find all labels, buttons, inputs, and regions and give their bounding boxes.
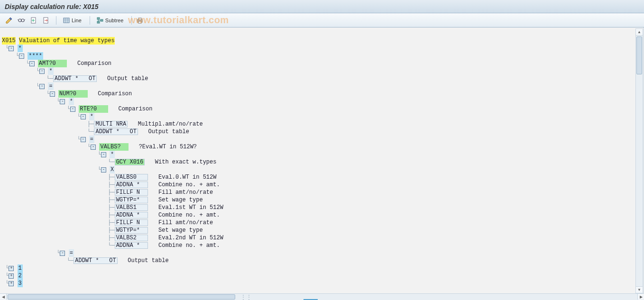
separator	[90, 16, 90, 25]
toolbar: Line Subtree www.tutorialkart.com	[0, 13, 644, 27]
tree-node[interactable]: └- X	[2, 166, 634, 173]
tree-leaf[interactable]: ├─VALBS1 Eval.1st WT in 512W	[2, 204, 634, 211]
tree-leaf[interactable]: └─ADDNA * Combine no. + amt.	[2, 242, 634, 249]
title-bar: Display calculation rule: X015	[0, 0, 644, 13]
svg-rect-6	[101, 19, 103, 21]
tree-node[interactable]: └- ****	[2, 52, 634, 60]
expanded-icon[interactable]: -	[9, 46, 14, 51]
tree-leaf[interactable]: └─GCY X016 With exact w.types	[2, 158, 634, 166]
tree-node[interactable]: └- NUM?0 Comparison	[2, 90, 634, 98]
expanded-icon[interactable]: -	[60, 251, 65, 256]
svg-rect-4	[64, 18, 69, 23]
expanded-icon[interactable]: -	[60, 99, 65, 104]
scroll-up-icon[interactable]: ▲	[636, 29, 643, 36]
tree-node[interactable]: └- *	[2, 67, 634, 75]
separator	[56, 16, 56, 25]
expanded-icon[interactable]: -	[101, 152, 106, 157]
scroll-thumb-h[interactable]	[8, 294, 235, 300]
expanded-icon[interactable]: -	[29, 61, 35, 66]
tree-node[interactable]: └+ 1	[2, 264, 634, 272]
line-label: Line	[72, 18, 82, 23]
tree-leaf[interactable]: ├─VALBS0 Eval.0.WT in 512W	[2, 173, 634, 181]
expanded-icon[interactable]: -	[70, 107, 75, 112]
tree-node[interactable]: └- *	[2, 45, 634, 52]
svg-point-0	[18, 19, 21, 22]
window-title: Display calculation rule: X015	[5, 3, 99, 10]
tree-node[interactable]: └- *	[2, 151, 634, 158]
tree-node[interactable]: └- =	[2, 82, 634, 90]
expanded-icon[interactable]: -	[19, 54, 24, 59]
scroll-right-icon[interactable]: ▶	[637, 294, 644, 300]
tree-node[interactable]: └+ 3	[2, 280, 634, 287]
svg-rect-10	[138, 21, 141, 23]
tree-root[interactable]: X015 Valuation of time wage types	[2, 37, 634, 45]
tree-leaf[interactable]: └─ADDWT * OT Output table	[2, 128, 634, 136]
svg-rect-9	[138, 18, 141, 20]
tree-leaf[interactable]: ├─FILLF N Fill amt/no/rate	[2, 219, 634, 227]
create-icon[interactable]	[28, 15, 39, 26]
expanded-icon[interactable]: -	[81, 137, 86, 142]
scroll-thumb[interactable]	[636, 36, 642, 74]
collapsed-icon[interactable]: +	[9, 273, 14, 279]
tree-node[interactable]: └- =	[2, 249, 634, 257]
edit-icon[interactable]	[4, 15, 14, 26]
scroll-left-icon[interactable]: ◀	[0, 294, 7, 300]
expanded-icon[interactable]: -	[39, 84, 45, 89]
separator	[131, 16, 132, 25]
content-area: X015 Valuation of time wage types └- * └…	[0, 27, 644, 293]
subtree-label: Subtree	[105, 18, 124, 23]
tree-leaf[interactable]: ├─MULTI NRA Multipl.amt/no/rate	[2, 120, 634, 128]
line-button[interactable]: Line	[59, 15, 85, 26]
tree-node[interactable]: └+ 2	[2, 272, 634, 280]
scroll-down-icon[interactable]: ▼	[636, 286, 643, 293]
tree-leaf[interactable]: ├─FILLF N Fill amt/no/rate	[2, 189, 634, 196]
display-icon[interactable]	[16, 15, 27, 26]
rule-tree[interactable]: X015 Valuation of time wage types └- * └…	[2, 37, 634, 293]
tree-node[interactable]: └- AMT?0 Comparison	[2, 60, 634, 67]
tree-leaf[interactable]: └─ADDWT * OT Output table	[2, 75, 634, 82]
tree-leaf[interactable]: ├─VALBS2 Eval.2nd WT in 512W	[2, 234, 634, 242]
horizontal-scrollbar[interactable]: ◀ ⋮⋮ ▶	[0, 293, 644, 300]
scroll-grip[interactable]: ⋮⋮	[239, 295, 253, 299]
tree-node[interactable]: └- =	[2, 136, 634, 143]
collapsed-icon[interactable]: +	[9, 281, 14, 286]
expanded-icon[interactable]: -	[39, 69, 45, 74]
print-icon[interactable]	[135, 15, 145, 26]
tree-leaf[interactable]: ├─ADDNA * Combine no. + amt.	[2, 211, 634, 219]
svg-point-1	[21, 19, 24, 22]
expanded-icon[interactable]: -	[50, 91, 55, 97]
tree-leaf[interactable]: ├─WGTYP=* Set wage type	[2, 196, 634, 204]
expanded-icon[interactable]: -	[91, 145, 96, 150]
svg-rect-5	[97, 18, 100, 19]
expanded-icon[interactable]: -	[81, 114, 86, 119]
expanded-icon[interactable]: -	[101, 167, 106, 173]
tree-node[interactable]: └- RTE?0 Comparison	[2, 105, 634, 113]
copy-icon[interactable]	[41, 15, 51, 26]
tree-leaf[interactable]: ├─ADDNA * Combine no. + amt.	[2, 181, 634, 189]
tree-node[interactable]: └- *	[2, 113, 634, 120]
tree-leaf[interactable]: ├─WGTYP=* Set wage type	[2, 227, 634, 234]
subtree-button[interactable]: Subtree	[93, 15, 127, 26]
tree-node[interactable]: └- *	[2, 98, 634, 105]
tree-leaf[interactable]: └─ADDWT * OT Output table	[2, 257, 634, 264]
collapsed-icon[interactable]: +	[9, 266, 14, 271]
tree-node[interactable]: └- VALBS? ?Eval.WT in 512W?	[2, 143, 634, 151]
vertical-scrollbar[interactable]: ▲ ▼	[635, 28, 643, 293]
